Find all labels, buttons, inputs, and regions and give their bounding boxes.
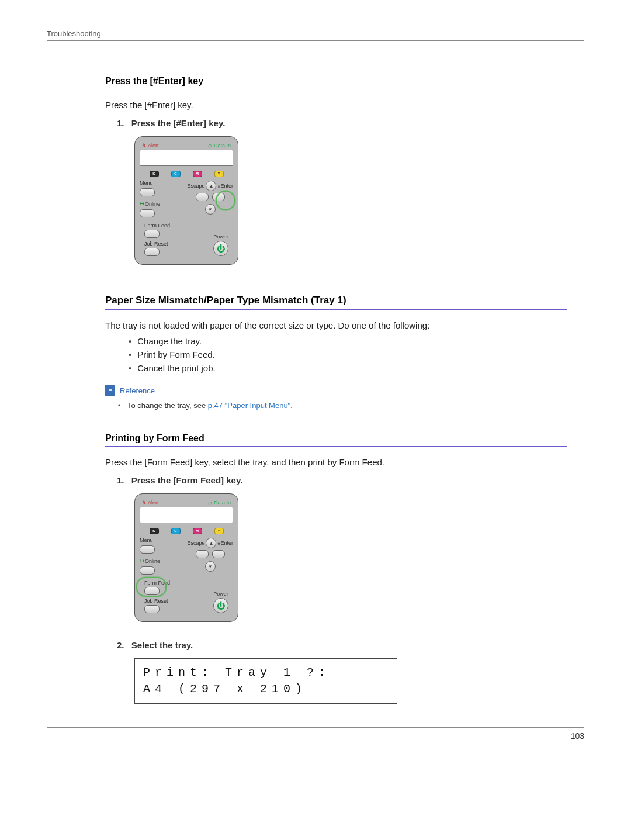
control-panel-figure-enter: ↯ Alert ◇ Data In K C M Y Menu Online <box>134 136 567 271</box>
mismatch-options-list: Change the tray. Print by Form Feed. Can… <box>129 336 567 373</box>
escape-button[interactable] <box>196 193 209 201</box>
bullet-cancel-job: Cancel the print job. <box>129 363 567 373</box>
step-number: 1. <box>117 475 124 485</box>
online-label: Online <box>140 201 160 207</box>
enter-label: #Enter <box>217 541 233 546</box>
menu-label: Menu <box>140 181 160 186</box>
up-arrow-button[interactable]: ▲ <box>206 538 216 548</box>
bullet-form-feed: Print by Form Feed. <box>129 350 567 359</box>
lcd-screen <box>140 507 233 523</box>
lcd-screen <box>140 150 233 166</box>
bullet-change-tray: Change the tray. <box>129 336 567 346</box>
alert-indicator: ↯ Alert <box>142 143 159 148</box>
enter-button[interactable] <box>212 193 225 201</box>
text-mismatch-intro: The tray is not loaded with paper of the… <box>105 320 567 330</box>
lcd-line-2: A4 (297 x 210) <box>143 681 389 697</box>
online-button[interactable] <box>140 566 155 575</box>
text-press-enter-intro: Press the [#Enter] key. <box>105 100 567 110</box>
power-button[interactable]: ⏻ <box>213 598 228 613</box>
menu-label: Menu <box>140 538 160 543</box>
control-panel-figure-formfeed: ↯ Alert ◇ Data In K C M Y Menu Online <box>134 493 567 628</box>
lcd-line-1: Print: Tray 1 ?: <box>143 665 389 681</box>
breadcrumb: Troubleshooting <box>47 29 584 41</box>
escape-button[interactable] <box>196 550 209 558</box>
step-number: 1. <box>117 118 124 128</box>
toner-c-indicator: C <box>171 171 181 177</box>
job-reset-label: Job Reset <box>144 599 170 604</box>
toner-k-indicator: K <box>150 171 159 177</box>
menu-button[interactable] <box>140 545 155 554</box>
step-text: Press the [#Enter] key. <box>131 118 226 128</box>
step-text: Press the [Form Feed] key. <box>131 475 243 485</box>
escape-label: Escape <box>187 184 204 189</box>
toner-y-indicator: Y <box>214 528 224 534</box>
up-arrow-button[interactable]: ▲ <box>206 181 216 191</box>
reference-icon: ≡ <box>106 385 115 396</box>
down-arrow-button[interactable]: ▼ <box>205 561 216 572</box>
power-label: Power <box>213 234 228 240</box>
escape-label: Escape <box>187 541 204 546</box>
reference-item: To change the tray, see p.47 "Paper Inpu… <box>118 401 567 410</box>
heading-press-enter: Press the [#Enter] key <box>105 76 567 89</box>
job-reset-label: Job Reset <box>144 241 170 247</box>
text-form-feed-intro: Press the [Form Feed] key, select the tr… <box>105 457 567 467</box>
lcd-display-box: Print: Tray 1 ?: A4 (297 x 210) <box>134 658 397 704</box>
job-reset-button[interactable] <box>144 605 160 613</box>
toner-m-indicator: M <box>193 171 202 177</box>
toner-c-indicator: C <box>171 528 181 534</box>
reference-label: Reference <box>115 386 160 395</box>
step-number: 2. <box>117 640 124 650</box>
figure-code <box>134 266 568 271</box>
reference-link[interactable]: p.47 "Paper Input Menu" <box>208 401 291 410</box>
heading-paper-mismatch: Paper Size Mismatch/Paper Type Mismatch … <box>105 295 567 310</box>
page-number: 103 <box>47 727 584 741</box>
enter-label: #Enter <box>217 184 233 189</box>
heading-printing-form-feed: Printing by Form Feed <box>105 433 567 447</box>
form-feed-label: Form Feed <box>144 580 170 586</box>
toner-m-indicator: M <box>193 528 202 534</box>
enter-button[interactable] <box>212 550 225 558</box>
job-reset-button[interactable] <box>144 248 160 256</box>
data-in-indicator: ◇ Data In <box>208 143 231 148</box>
data-in-indicator: ◇ Data In <box>208 500 231 506</box>
online-label: Online <box>140 558 160 564</box>
power-label: Power <box>213 592 228 597</box>
form-feed-button[interactable] <box>144 230 160 238</box>
toner-y-indicator: Y <box>214 171 224 177</box>
form-feed-button[interactable] <box>144 587 160 595</box>
reference-badge: ≡ Reference <box>105 385 160 396</box>
down-arrow-button[interactable]: ▼ <box>205 204 216 215</box>
power-button[interactable]: ⏻ <box>213 241 228 256</box>
toner-k-indicator: K <box>150 528 159 534</box>
menu-button[interactable] <box>140 188 155 196</box>
form-feed-label: Form Feed <box>144 223 170 229</box>
step-text: Select the tray. <box>131 640 193 650</box>
online-button[interactable] <box>140 209 155 217</box>
figure-code <box>134 623 568 628</box>
alert-indicator: ↯ Alert <box>142 500 159 506</box>
